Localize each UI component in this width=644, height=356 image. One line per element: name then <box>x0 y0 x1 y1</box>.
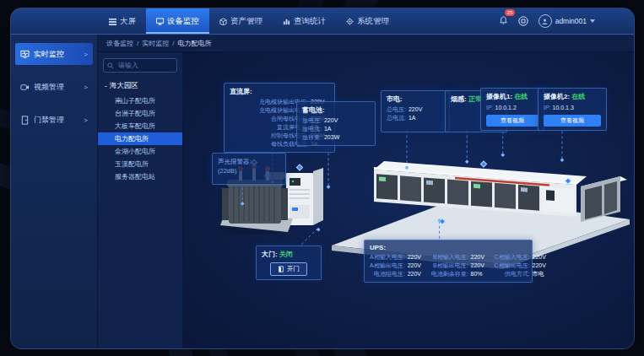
callout-title: 烟感: <box>451 95 467 103</box>
view-video-button[interactable]: 查看视频 <box>544 115 601 127</box>
tree-item[interactable]: 南山子配电所 <box>98 94 182 107</box>
metric-value: 220V <box>324 116 343 125</box>
callout-title: 直流屏: <box>230 87 329 96</box>
sidebar-item-label: 视频管理 <box>34 82 64 93</box>
notification-badge: 25 <box>505 9 516 16</box>
sidebar-item-realtime-monitoring[interactable]: 实时监控 > <box>15 43 93 65</box>
metric-value: 80% <box>471 270 490 278</box>
tab-label: 查询统计 <box>294 16 326 27</box>
notifications-button[interactable]: 25 <box>499 13 508 29</box>
breadcrumb-current: 电力配电所 <box>177 39 211 48</box>
metric-label: 放电流: <box>302 125 322 133</box>
monitoring-canvas: 直流屏: 充电模块输出电压:220V 充电模块输出电流:3A 合闸母线电压:20… <box>183 52 634 348</box>
ip-label: IP: <box>486 105 494 111</box>
realtime-monitor-icon <box>20 50 30 59</box>
metric-label: 总电流: <box>387 114 406 122</box>
tab-system-management[interactable]: 系统管理 <box>336 8 399 34</box>
metric-value: 市电 <box>533 270 551 278</box>
tree-item[interactable]: 大板车配电所 <box>98 120 182 132</box>
tab-label: 系统管理 <box>357 16 389 27</box>
breadcrumb: 设备监控 / 实时监控 / 电力配电所 <box>98 35 634 52</box>
view-video-button[interactable]: 查看视频 <box>486 115 538 127</box>
sidebar-item-video-management[interactable]: 视频管理 > <box>15 76 93 98</box>
callout-title: 蓄电池: <box>302 105 370 115</box>
chevron-down-icon <box>590 19 595 23</box>
device-monitor-icon <box>156 18 164 25</box>
callout-camera-2: 摄像机2: 在线 IP: 10.0.1.3 查看视频 <box>538 88 607 131</box>
breadcrumb-separator: / <box>172 40 174 47</box>
ip-value: 10.0.1.3 <box>553 105 574 111</box>
metric-label: C相输入电压: <box>495 253 530 262</box>
callout-sound-light-alarm: 声光报警器: (22dB) <box>212 153 286 185</box>
tree-item[interactable]: 金湖小配电所 <box>98 145 182 158</box>
metric-label: B相输出电压: <box>431 262 468 270</box>
metric-value: 220V <box>408 270 426 278</box>
callout-mains: 市电: 总电压:220V 总电流:1A <box>381 90 450 132</box>
screenshot-stage: 大屏 设备监控 资产管理 查询统计 系统管理 25 <box>0 0 644 356</box>
user-menu[interactable]: admin001 <box>538 14 595 28</box>
open-door-label: 开门 <box>287 265 300 273</box>
status-badge: 关闭 <box>279 251 293 258</box>
metric-label: 放电压: <box>302 116 322 125</box>
breadcrumb-item[interactable]: 设备监控 <box>106 39 133 48</box>
status-badge: 在线 <box>514 93 528 100</box>
metric-label: 电池剩余容量: <box>431 270 468 278</box>
metric-label: 电池组电压: <box>370 270 405 278</box>
tab-query-statistics[interactable]: 查询统计 <box>273 8 336 34</box>
alarm-label: 声光报警器: <box>218 157 280 166</box>
tree-search <box>103 58 177 73</box>
user-icon <box>541 18 549 25</box>
tree-item[interactable]: 台洲子配电所 <box>98 107 182 120</box>
tab-device-monitoring[interactable]: 设备监控 <box>146 8 209 34</box>
ip-label: IP: <box>544 105 551 111</box>
video-camera-icon <box>20 83 30 92</box>
metric-label: C相输出电压: <box>495 262 530 270</box>
tab-label: 大屏 <box>120 16 136 27</box>
search-icon <box>107 62 114 69</box>
status-badge: 在线 <box>571 93 585 100</box>
breadcrumb-separator: / <box>137 40 138 47</box>
open-door-button[interactable]: 开门 <box>270 262 307 276</box>
left-sidebar: 实时监控 > 视频管理 > 门禁管理 > <box>11 35 98 348</box>
alarm-value: (22dB) <box>218 166 280 175</box>
metric-label: B相输入电压: <box>431 253 468 262</box>
tree-item[interactable]: 服务器配电站 <box>98 170 182 183</box>
tab-label: 资产管理 <box>230 16 262 27</box>
breadcrumb-item[interactable]: 实时监控 <box>142 39 169 48</box>
metric-value: 220V <box>408 253 426 262</box>
fullscreen-button[interactable] <box>518 16 528 26</box>
metric-value: 220V <box>471 262 490 270</box>
sidebar-item-access-control[interactable]: 门禁管理 > <box>15 109 93 131</box>
metric-label: A相输入电压: <box>370 253 405 262</box>
tree-root-node[interactable]: - 海大园区 <box>98 78 182 94</box>
metric-value: 203W <box>324 133 343 142</box>
tree-item[interactable]: 玉溪配电所 <box>98 158 182 170</box>
big-screen-icon <box>109 18 116 25</box>
door-access-icon <box>20 116 30 125</box>
search-input[interactable] <box>116 61 173 70</box>
ip-value: 10.0.1.2 <box>495 105 517 111</box>
tree-toggle-icon[interactable]: - <box>105 82 107 90</box>
metric-value: 220V <box>533 262 551 270</box>
callout-title: UPS: <box>370 244 527 251</box>
statistics-chart-icon <box>283 18 290 25</box>
callout-title: 摄像机1: <box>486 93 512 100</box>
bell-icon <box>499 16 508 25</box>
tab-asset-management[interactable]: 资产管理 <box>209 8 273 34</box>
metric-label: A相输出电压: <box>370 262 405 270</box>
callout-title: 市电: <box>387 94 444 104</box>
avatar <box>538 14 552 28</box>
chevron-right-icon: > <box>84 84 88 91</box>
username: admin001 <box>555 17 587 25</box>
tree-item-selected[interactable]: 电力配电所 <box>98 132 182 145</box>
app-window: 大屏 设备监控 资产管理 查询统计 系统管理 25 <box>10 8 635 349</box>
metric-value: 220V <box>408 262 426 270</box>
metric-value: 220V <box>533 253 551 262</box>
tab-big-screen[interactable]: 大屏 <box>99 8 146 34</box>
sidebar-item-label: 门禁管理 <box>34 115 64 126</box>
tree-root-label: 海大园区 <box>110 81 138 91</box>
metric-value: 220V <box>409 105 427 114</box>
metric-label: 总电压: <box>387 105 406 114</box>
callout-battery: 蓄电池: 放电压:220V 放电流:1A 放容量:203W <box>296 101 376 146</box>
metric-value: 1A <box>324 125 343 133</box>
